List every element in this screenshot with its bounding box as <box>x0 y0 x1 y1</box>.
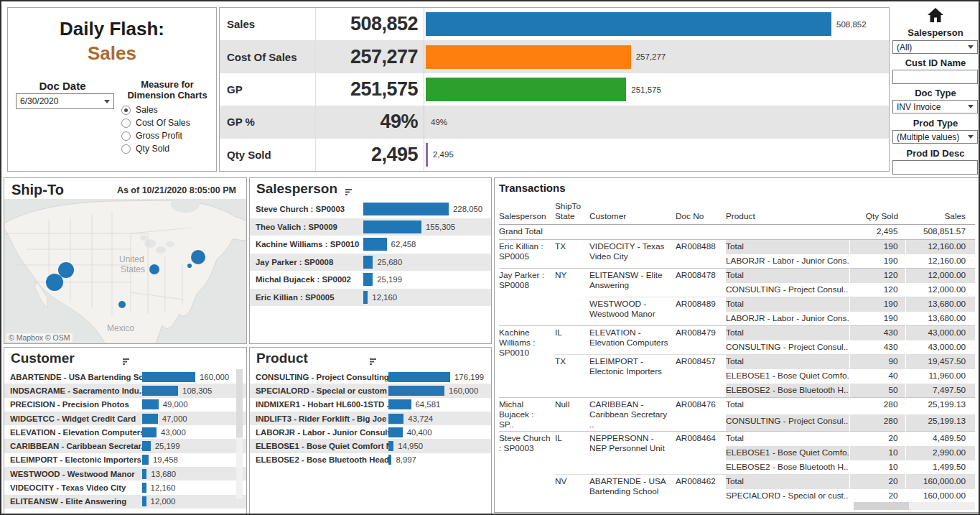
bar-row[interactable]: SPECIALORD - Special or custom o..160,00… <box>250 384 491 397</box>
bar-row[interactable]: PRECISION - Precision Photos49,000 <box>4 398 246 412</box>
bar[interactable] <box>363 203 449 215</box>
product-cell[interactable]: LABORJR - Labor - Junior Cons.. <box>726 312 849 326</box>
bar-row[interactable]: Kachine Williams : SP001062,458 <box>250 236 491 254</box>
sales-cell[interactable]: 43,000.00 <box>905 326 975 340</box>
transaction-row[interactable]: Michal Bujacek : SP..NullCARIBBEAN - Car… <box>499 398 975 415</box>
product-cell[interactable]: Total <box>726 475 849 489</box>
qty-sold-cell[interactable]: 190 <box>849 254 905 269</box>
product-cell[interactable]: ELEBOSE1 - Bose Quiet Comfo.. <box>726 446 849 460</box>
bar[interactable] <box>363 291 368 304</box>
product-cell[interactable]: ELEBOSE2 - Bose Bluetooth H.. <box>726 384 849 398</box>
transaction-row[interactable]: Kachine Williams : SP0010ILELEVATION - E… <box>499 326 975 340</box>
product-cell[interactable]: Total <box>726 297 849 312</box>
transaction-row[interactable]: Eric Killian : SP0005TXVIDEOCITY - Texas… <box>499 240 975 254</box>
bar-row[interactable]: Eric Killian : SP000512,160 <box>250 289 491 307</box>
ship-to-location-mark[interactable] <box>191 250 205 264</box>
sales-cell[interactable]: 19,457.50 <box>905 355 975 369</box>
transaction-row[interactable]: TXELEIMPORT - Electonic ImportersAR00845… <box>499 355 975 369</box>
horizontal-scrollbar[interactable] <box>854 502 975 510</box>
scrollbar-thumb[interactable] <box>236 369 243 437</box>
bar[interactable] <box>388 414 403 424</box>
sales-cell[interactable]: 25,199.13 <box>905 398 975 415</box>
sales-cell[interactable]: 12,160.00 <box>905 240 975 254</box>
bar-row[interactable]: ELEBOSE2 - Bose Bluetooth Head..8,997 <box>250 453 491 467</box>
vertical-scrollbar[interactable] <box>236 369 243 499</box>
bar[interactable] <box>142 483 146 493</box>
bar[interactable] <box>142 496 146 506</box>
kpi-bar[interactable] <box>426 45 631 69</box>
qty-sold-cell[interactable]: 90 <box>849 355 905 369</box>
qty-sold-cell[interactable]: 280 <box>849 398 905 415</box>
ship-to-location-mark[interactable] <box>149 264 159 274</box>
qty-sold-cell[interactable]: 190 <box>849 240 905 254</box>
bar[interactable] <box>142 386 178 396</box>
sales-cell[interactable]: 7,497.50 <box>905 384 975 398</box>
sales-cell[interactable]: 25,199.13 <box>905 414 975 432</box>
sales-cell[interactable]: 12,000.00 <box>905 269 975 283</box>
product-cell[interactable]: Total <box>726 240 849 254</box>
bar[interactable] <box>142 427 157 437</box>
bar-row[interactable]: INDLIFT3 - Rider Forklift - Big Joe43,72… <box>250 412 491 425</box>
sales-cell[interactable]: 4,489.50 <box>905 432 975 446</box>
bar[interactable] <box>388 427 403 437</box>
sales-cell[interactable]: 11,960.00 <box>905 369 975 384</box>
prod-id-input[interactable] <box>892 160 978 175</box>
bar[interactable] <box>388 372 450 382</box>
product-cell[interactable]: Total <box>726 432 849 446</box>
radio-option-gross-profit[interactable]: Gross Profit <box>121 129 190 142</box>
qty-sold-cell[interactable]: 20 <box>849 475 905 489</box>
qty-sold-cell[interactable]: 120 <box>849 269 905 283</box>
qty-sold-cell[interactable]: 430 <box>849 326 905 340</box>
kpi-bar[interactable] <box>426 143 428 167</box>
bar-row[interactable]: VIDEOCITY - Texas Video City12,160 <box>4 481 246 494</box>
sales-cell[interactable]: 12,000.00 <box>905 283 975 297</box>
qty-sold-cell[interactable]: 430 <box>849 340 905 355</box>
bar[interactable] <box>142 441 151 451</box>
bar[interactable] <box>388 399 411 409</box>
grand-total-row[interactable]: Grand Total2,495508,851.57 <box>499 225 975 240</box>
qty-sold-cell[interactable]: 190 <box>849 297 905 312</box>
bar[interactable] <box>142 469 146 479</box>
bar-row[interactable]: CARIBBEAN - Caribbean Secretar..25,199 <box>4 439 246 453</box>
transaction-row[interactable]: Jay Parker : SP0008NYELITEANSW - Elite A… <box>499 269 975 283</box>
ship-to-location-mark[interactable] <box>118 301 126 308</box>
bar-row[interactable]: Theo Valich : SP0009155,305 <box>250 218 491 236</box>
transaction-row[interactable]: NVABARTENDE - USA Bartending SchoolAR008… <box>499 475 975 489</box>
home-button[interactable] <box>892 7 979 26</box>
product-cell[interactable]: ELEBOSE1 - Bose Quiet Comfo.. <box>726 369 849 384</box>
sort-descending-icon[interactable] <box>123 358 132 366</box>
bar-row[interactable]: ABARTENDE - USA Bartending Sc..160,000 <box>4 370 246 384</box>
product-cell[interactable]: ELEBOSE2 - Bose Bluetooth H.. <box>726 460 849 475</box>
doc-date-dropdown[interactable]: 6/30/2020 <box>16 93 114 109</box>
radio-option-cost-of-sales[interactable]: Cost Of Sales <box>121 116 190 129</box>
salesperson-filter-dropdown[interactable]: (All) <box>892 40 978 54</box>
sales-cell[interactable]: 160,000.00 <box>905 475 975 489</box>
sales-cell[interactable]: 13,680.00 <box>905 312 975 326</box>
bar[interactable] <box>363 238 387 251</box>
bar[interactable] <box>142 414 158 424</box>
map-canvas[interactable]: UnitedStatesMexico © Mapbox © OSM <box>4 199 246 343</box>
bar-row[interactable]: ELEVATION - Elevation Computers43,000 <box>4 425 246 439</box>
scrollbar-thumb[interactable] <box>854 502 909 510</box>
product-cell[interactable]: CONSULTING - Project Consul.. <box>726 414 849 432</box>
bar-row[interactable]: WESTWOOD - Westwood Manor13,680 <box>4 467 246 481</box>
sales-cell[interactable]: 13,680.00 <box>905 297 975 312</box>
ship-to-location-mark[interactable] <box>46 274 63 291</box>
bar[interactable] <box>363 256 373 269</box>
product-cell[interactable]: CONSULTING - Project Consul.. <box>726 340 849 355</box>
sales-cell[interactable]: 43,000.00 <box>905 340 975 355</box>
qty-sold-cell[interactable]: 50 <box>849 384 905 398</box>
kpi-bar[interactable] <box>426 78 626 101</box>
doc-type-filter-dropdown[interactable]: INV Invoice <box>892 100 978 113</box>
product-cell[interactable]: Total <box>726 269 849 283</box>
bar-row[interactable]: WIDGETCC - Widget Credit Card47,000 <box>4 412 246 425</box>
transaction-row[interactable]: Steve Church : SP0003ILNEPPERSONN - NEP … <box>499 432 975 446</box>
bar[interactable] <box>142 372 195 382</box>
product-cell[interactable]: SPECIALORD - Special or cust.. <box>726 489 849 504</box>
bar-row[interactable]: CONSULTING - Project Consulting176,199 <box>250 370 491 384</box>
qty-sold-cell[interactable]: 280 <box>849 414 905 432</box>
bar[interactable] <box>388 441 393 451</box>
sales-cell[interactable]: 2,990.00 <box>905 446 975 460</box>
bar-row[interactable]: INDSACRAME - Sacramento Indu..108,305 <box>4 384 246 397</box>
qty-sold-cell[interactable]: 10 <box>849 460 905 475</box>
